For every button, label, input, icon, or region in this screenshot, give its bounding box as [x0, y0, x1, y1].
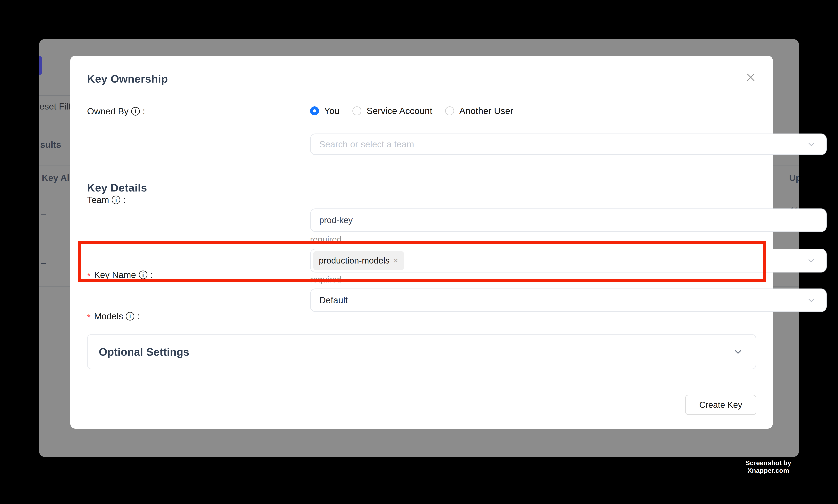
close-button[interactable] [744, 70, 757, 84]
results-count-fragment: sults [40, 139, 61, 150]
watermark-text: Screenshot by Xnapper.com [736, 459, 801, 474]
team-select[interactable]: Search or select a team [310, 133, 827, 155]
owned-by-radio-group: You Service Account Another User [310, 105, 513, 116]
colon: : [143, 106, 145, 116]
radio-unselected-icon[interactable] [352, 106, 361, 115]
team-select-placeholder: Search or select a team [319, 139, 414, 149]
chevron-down-icon [806, 140, 816, 149]
radio-option-another-user[interactable]: Another User [445, 105, 513, 116]
backdrop-divider [39, 95, 70, 96]
reset-filters-button-fragment[interactable]: eset Filt [39, 101, 71, 112]
radio-label: You [324, 105, 340, 116]
team-label: Team i : [87, 195, 126, 205]
column-header-updated: Up [789, 173, 799, 183]
required-mark: * [87, 312, 91, 323]
key-name-field-wrap [310, 209, 827, 232]
create-key-button[interactable]: Create Key [685, 395, 756, 415]
close-icon [745, 72, 756, 83]
radio-label: Another User [459, 105, 513, 116]
models-label: * Models i : [87, 311, 140, 322]
table-row-alias: – [41, 208, 46, 219]
chevron-down-icon [733, 346, 744, 357]
modal-title: Key Ownership [87, 72, 168, 85]
info-icon[interactable]: i [112, 196, 120, 204]
radio-label: Service Account [367, 105, 432, 116]
team-label-text: Team [87, 195, 109, 205]
dimmed-primary-button [39, 56, 42, 75]
key-type-value: Default [319, 295, 348, 305]
key-details-heading: Key Details [87, 181, 147, 194]
models-label-text: Models [94, 311, 123, 322]
chevron-down-icon [806, 295, 816, 305]
colon: : [137, 311, 140, 322]
info-icon[interactable]: i [131, 107, 140, 115]
chevron-down-icon [806, 256, 816, 265]
radio-selected-icon[interactable] [310, 106, 319, 115]
radio-unselected-icon[interactable] [445, 106, 454, 115]
optional-settings-label: Optional Settings [99, 345, 190, 358]
radio-option-service-account[interactable]: Service Account [352, 105, 432, 116]
optional-settings-toggle[interactable]: Optional Settings [87, 334, 756, 369]
radio-option-you[interactable]: You [310, 105, 340, 116]
info-icon[interactable]: i [126, 312, 134, 321]
key-name-input[interactable] [310, 209, 826, 231]
table-row-alias: – [41, 257, 46, 268]
annotation-highlight-box [78, 241, 766, 282]
key-type-select[interactable]: Default [310, 288, 827, 312]
owned-by-label: Owned By i : [87, 106, 145, 116]
owned-by-label-text: Owned By [87, 106, 128, 116]
colon: : [123, 195, 126, 205]
